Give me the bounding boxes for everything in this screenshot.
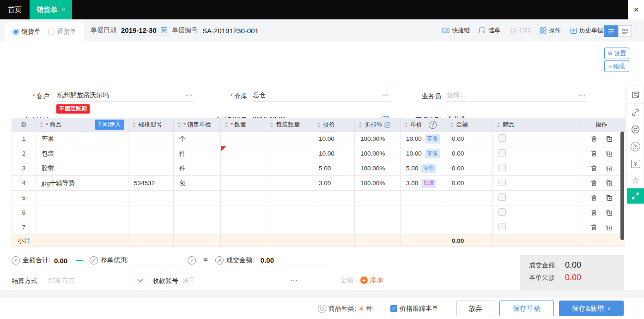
salesman-more-icon[interactable]: ··· xyxy=(578,91,586,98)
pack-qty-cell[interactable] xyxy=(266,176,313,191)
gear-icon[interactable]: ⚙ xyxy=(21,120,27,129)
discount-cell[interactable]: 100.00% xyxy=(355,176,401,191)
gift-checkbox[interactable] xyxy=(498,223,506,230)
account-more-icon[interactable]: ··· xyxy=(291,277,298,284)
warehouse-field[interactable]: 总仓 ··· xyxy=(252,89,390,102)
pack-qty-cell[interactable] xyxy=(266,161,313,176)
pack-qty-cell[interactable] xyxy=(266,191,313,205)
help-icon[interactable]: ? xyxy=(188,256,196,265)
quote-cell[interactable]: 5.00 xyxy=(313,161,355,176)
product-cell[interactable]: 包装 xyxy=(36,146,128,161)
amount-cell[interactable] xyxy=(446,191,493,205)
warehouse-more-icon[interactable]: ··· xyxy=(382,91,389,98)
qty-cell[interactable] xyxy=(221,191,266,205)
sort-carets-icon[interactable] xyxy=(317,122,321,127)
copy-row-icon[interactable] xyxy=(606,180,613,187)
pack-qty-cell[interactable] xyxy=(266,146,313,161)
settlement-method-select[interactable]: 结算方式 xyxy=(49,274,143,287)
price-help-icon[interactable]: ? xyxy=(429,121,437,129)
unit-cell[interactable] xyxy=(174,205,221,220)
radio-return-order[interactable]: 退货单 xyxy=(48,28,76,36)
delete-row-icon[interactable] xyxy=(590,180,597,187)
sort-carets-icon[interactable] xyxy=(225,122,228,127)
amount-cell[interactable]: 0.00 xyxy=(446,146,493,161)
price-cell[interactable] xyxy=(401,220,446,235)
quote-cell[interactable] xyxy=(313,191,355,205)
add-payment-button[interactable]: + 添加 xyxy=(360,276,383,284)
history-orders-button[interactable]: 历史单据 xyxy=(570,26,603,35)
spec-cell[interactable]: 534532 xyxy=(128,176,174,191)
note-document-icon[interactable] xyxy=(627,86,644,104)
logistics-button[interactable]: + 物流 xyxy=(604,60,629,72)
unit-cell[interactable] xyxy=(174,191,221,205)
settings-button[interactable]: ⚙ 设置 xyxy=(604,48,629,59)
print-button[interactable]: 打印 xyxy=(510,26,531,35)
delete-row-icon[interactable] xyxy=(590,209,597,216)
debt-icon[interactable]: 欠 xyxy=(627,138,644,155)
delete-row-icon[interactable] xyxy=(590,224,597,231)
table-scrollbar-thumb[interactable] xyxy=(620,132,624,240)
price-type-tag[interactable]: 批发 xyxy=(421,179,436,188)
quote-cell[interactable] xyxy=(313,205,355,220)
price-cell[interactable]: 5.00 零售 xyxy=(401,161,446,176)
favorite-star-icon[interactable]: ☆ xyxy=(627,172,644,189)
chevron-down-icon[interactable] xyxy=(137,279,143,283)
document-date-field[interactable]: 2019-12-30 xyxy=(121,25,170,36)
voucher-icon[interactable]: ¥ xyxy=(627,155,644,172)
fullscreen-expand-button[interactable] xyxy=(627,188,644,204)
save-draft-button[interactable]: 保存草稿 xyxy=(499,301,554,316)
delete-row-icon[interactable] xyxy=(590,150,597,157)
qty-cell[interactable] xyxy=(221,176,266,191)
sort-carets-icon[interactable] xyxy=(450,122,454,127)
amount-cell[interactable]: 0.00 xyxy=(446,132,493,146)
discount-cell[interactable]: 100.00% xyxy=(355,161,401,176)
transfer-icon[interactable] xyxy=(627,121,644,138)
discount-cell[interactable]: 100.00% xyxy=(355,132,401,146)
copy-row-icon[interactable] xyxy=(606,135,613,142)
payment-amount-field[interactable]: 金额 xyxy=(323,274,353,287)
delete-row-icon[interactable] xyxy=(590,165,597,172)
product-cell[interactable] xyxy=(36,205,128,220)
sort-carets-icon[interactable] xyxy=(177,122,181,127)
gift-checkbox[interactable] xyxy=(498,208,506,216)
list-view-toggle[interactable] xyxy=(604,25,618,37)
amount-cell[interactable]: 0.00 xyxy=(446,161,493,176)
tab-home[interactable]: 首页 xyxy=(0,0,30,19)
delete-row-icon[interactable] xyxy=(590,135,597,142)
tab-close-icon[interactable]: × xyxy=(61,6,65,13)
sort-carets-icon[interactable] xyxy=(270,122,273,127)
order-discount-input[interactable] xyxy=(131,255,183,266)
copy-row-icon[interactable] xyxy=(606,224,613,231)
product-cell[interactable]: 胶带 xyxy=(36,161,128,176)
unit-cell[interactable]: 包 xyxy=(174,176,221,191)
spec-cell[interactable] xyxy=(128,132,174,146)
quote-cell[interactable]: 10.00 xyxy=(313,146,355,161)
qty-cell[interactable] xyxy=(221,132,266,146)
spec-cell[interactable] xyxy=(128,220,174,235)
operations-button[interactable]: 操作 xyxy=(540,26,561,35)
price-track-option[interactable]: ✓ 价格跟踪本单 xyxy=(390,298,438,319)
price-cell[interactable]: 10.00 零售 xyxy=(401,146,446,161)
tab-sales-order[interactable]: 销货单 × xyxy=(30,0,72,19)
unit-cell[interactable]: 个 xyxy=(174,132,221,146)
receive-account-field[interactable]: 账号 ··· xyxy=(182,274,298,287)
pack-qty-cell[interactable] xyxy=(266,220,313,235)
gift-checkbox[interactable] xyxy=(498,149,506,156)
price-cell[interactable]: 3.00 批发 xyxy=(401,176,446,191)
price-cell[interactable] xyxy=(401,191,446,205)
quote-cell[interactable] xyxy=(313,220,355,235)
window-close-button[interactable]: × xyxy=(628,0,644,19)
discount-cell[interactable]: 100.00% xyxy=(355,146,401,161)
shortcut-keys-button[interactable]: 快捷键 xyxy=(442,26,470,35)
spec-cell[interactable] xyxy=(128,191,174,205)
price-cell[interactable] xyxy=(401,205,446,220)
gift-checkbox[interactable] xyxy=(498,193,506,201)
amount-cell[interactable]: 0.00 xyxy=(446,176,493,191)
sort-carets-icon[interactable] xyxy=(404,122,408,127)
price-type-tag[interactable]: 零售 xyxy=(425,149,440,158)
sort-carets-icon[interactable] xyxy=(497,122,500,127)
pack-qty-cell[interactable] xyxy=(266,205,313,220)
card-view-toggle[interactable] xyxy=(618,25,632,37)
price-type-tag[interactable]: 零售 xyxy=(421,164,436,173)
price-cell[interactable]: 10.00 零售 xyxy=(401,132,446,146)
